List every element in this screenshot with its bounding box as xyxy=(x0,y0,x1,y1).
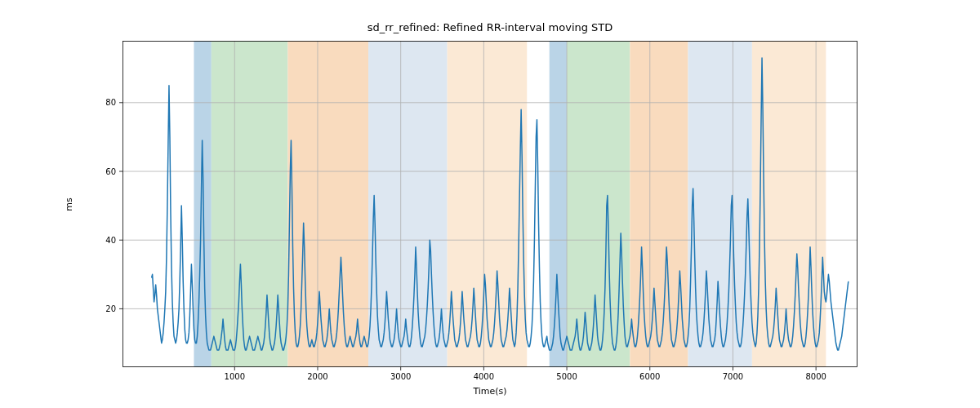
y-tick-label: 40 xyxy=(105,236,116,245)
x-tick-label: 4000 xyxy=(474,372,494,381)
x-axis-label: Time(s) xyxy=(0,386,980,397)
y-tick-label: 20 xyxy=(105,304,116,313)
shaded-region xyxy=(567,41,630,367)
x-tick-label: 8000 xyxy=(805,372,826,381)
figure: sd_rr_refined: Refined RR-interval movin… xyxy=(0,0,980,408)
plot-area: 1000200030004000500060007000800020406080 xyxy=(122,41,858,367)
shaded-region xyxy=(550,41,567,367)
chart-title: sd_rr_refined: Refined RR-interval movin… xyxy=(0,21,980,33)
y-tick-label: 80 xyxy=(105,98,116,107)
y-axis-label-container: ms xyxy=(60,0,77,408)
shaded-region xyxy=(194,41,211,367)
y-ticks: 20406080 xyxy=(105,98,122,313)
x-ticks: 10002000300040005000600070008000 xyxy=(225,367,826,381)
y-axis-label: ms xyxy=(63,197,74,211)
y-tick-label: 60 xyxy=(105,167,116,176)
x-tick-label: 3000 xyxy=(390,372,411,381)
shaded-region xyxy=(287,41,368,367)
x-tick-label: 5000 xyxy=(556,372,577,381)
x-tick-label: 1000 xyxy=(225,372,245,381)
x-tick-label: 6000 xyxy=(639,372,660,381)
x-tick-label: 2000 xyxy=(307,372,327,381)
x-tick-label: 7000 xyxy=(723,372,743,381)
plot-svg: 1000200030004000500060007000800020406080 xyxy=(122,41,858,367)
shaded-region xyxy=(368,41,448,367)
